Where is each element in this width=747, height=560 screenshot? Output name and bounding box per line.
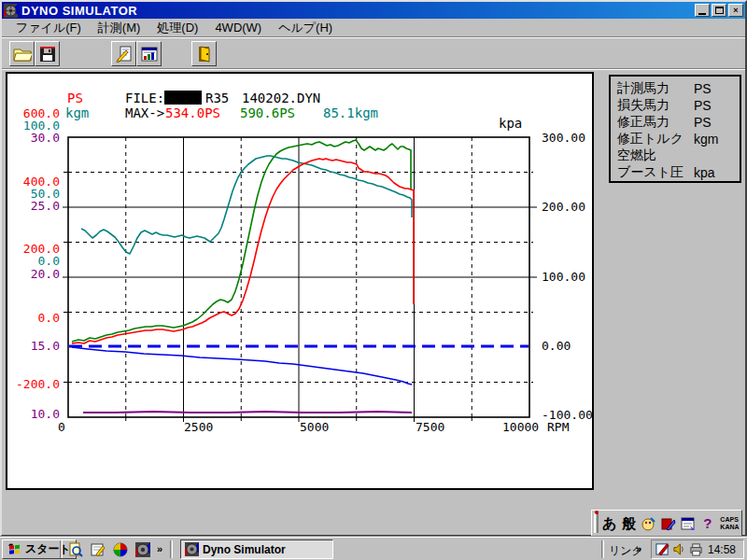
open-file-button[interactable] bbox=[9, 41, 35, 66]
minimize-button[interactable] bbox=[695, 4, 710, 17]
legend-name: 修正馬力 bbox=[617, 114, 694, 131]
series-計測馬力 bbox=[72, 159, 414, 343]
max-corrected-value: 590.6PS bbox=[240, 106, 295, 119]
ime-dictionary-button[interactable] bbox=[659, 514, 677, 532]
legend-name: 空燃比 bbox=[617, 147, 694, 164]
close-icon: × bbox=[733, 6, 738, 15]
ime-help-icon: ? bbox=[703, 515, 712, 531]
legend-unit: PS bbox=[694, 98, 712, 113]
titlebar: DYNO SIMULATOR × bbox=[2, 2, 745, 19]
kana-label: KANA bbox=[720, 524, 739, 531]
axis-tick: 0 bbox=[58, 421, 65, 433]
taskbar: スタート bbox=[0, 537, 747, 560]
windows-logo-icon bbox=[7, 543, 22, 556]
axis-tick: 15.0 bbox=[31, 340, 60, 352]
maximize-button[interactable] bbox=[712, 4, 726, 17]
edit-note-button[interactable] bbox=[111, 41, 136, 66]
legend-name: 計測馬力 bbox=[617, 80, 694, 97]
axis-tick: 100.00 bbox=[542, 271, 585, 283]
file-name-part1: R35 bbox=[205, 91, 229, 105]
quicklaunch-search-button[interactable] bbox=[67, 541, 84, 558]
x-axis-unit: RPM bbox=[547, 421, 569, 433]
axis-tick: 0.00 bbox=[542, 340, 571, 352]
menubar: ファイル(F) 計測(M) 処理(D) 4WD(W) ヘルプ(H) bbox=[2, 19, 745, 37]
ime-pad-button[interactable] bbox=[679, 514, 697, 532]
ime-drag-handle[interactable] bbox=[594, 513, 599, 533]
task-button-dyno-simulator[interactable]: Dyno Simulator bbox=[180, 539, 333, 559]
window-title: DYNO SIMULATOR bbox=[21, 4, 137, 18]
legend-name: 損失馬力 bbox=[617, 97, 694, 114]
ime-toolbar: あ 般 ? CAPS bbox=[591, 510, 742, 537]
legend-row: 修正馬力PS bbox=[617, 114, 740, 131]
axis-tick: 300.00 bbox=[542, 132, 585, 144]
close-button[interactable]: × bbox=[728, 4, 743, 17]
menu-file[interactable]: ファイル(F) bbox=[7, 18, 90, 38]
legend-unit: PS bbox=[694, 81, 712, 96]
quicklaunch-memo-button[interactable] bbox=[90, 541, 106, 558]
open-folder-icon bbox=[13, 46, 32, 63]
ime-input-mode-button[interactable]: あ bbox=[600, 516, 618, 530]
taskbar-separator bbox=[170, 540, 173, 558]
start-label: スタート bbox=[25, 541, 71, 557]
axis-tick: -100.00 bbox=[542, 409, 593, 421]
ime-dictionary-pen-icon bbox=[661, 516, 676, 531]
axis-tick: 2500 bbox=[184, 421, 213, 433]
max-label: MAX-> bbox=[125, 106, 164, 119]
report-chart-icon bbox=[141, 46, 158, 63]
search-page-icon bbox=[68, 542, 83, 557]
color-ball-icon bbox=[113, 542, 128, 557]
quicklaunch-media-button[interactable] bbox=[112, 541, 129, 558]
ime-tools-button[interactable] bbox=[640, 514, 657, 532]
exit-button[interactable] bbox=[191, 41, 217, 66]
legend-row: 計測馬力PS bbox=[617, 80, 740, 97]
memo-pencil-icon bbox=[91, 542, 106, 557]
quicklaunch-dyno-button[interactable] bbox=[134, 541, 151, 558]
ime-caps-kana-indicator[interactable]: CAPS KANA bbox=[720, 516, 739, 531]
file-name-part2: 140202.DYN bbox=[242, 91, 320, 105]
taskbar-clock[interactable]: 14:58 bbox=[708, 543, 736, 556]
axis-tick: 10000 bbox=[502, 421, 539, 433]
app-icon bbox=[4, 4, 18, 18]
menu-4wd[interactable]: 4WD(W) bbox=[206, 19, 270, 36]
ime-help-button[interactable]: ? bbox=[698, 514, 716, 532]
caps-label: CAPS bbox=[720, 516, 739, 524]
volume-speaker-icon[interactable] bbox=[672, 542, 686, 556]
redacted-text bbox=[164, 91, 202, 105]
menu-process[interactable]: 処理(D) bbox=[148, 18, 206, 38]
chart-panel: PS kgm FILE: R35 140202.DYN MAX-> 534.0P… bbox=[6, 72, 594, 490]
series-空燃比 bbox=[83, 412, 412, 413]
floppy-disk-icon bbox=[39, 46, 56, 63]
axis-tick: 5000 bbox=[300, 421, 329, 433]
ime-palette-icon bbox=[641, 516, 656, 531]
legend-box: 計測馬力PS 損失馬力PS 修正馬力PS 修正トルクkgm 空燃比 ブースト圧k… bbox=[609, 75, 741, 183]
max-measured-value: 534.0PS bbox=[165, 106, 220, 119]
legend-row: 損失馬力PS bbox=[617, 97, 740, 114]
kgm-axis-label: kgm bbox=[65, 106, 89, 119]
exit-door-icon bbox=[197, 46, 212, 63]
right-axis-unit: kpa bbox=[499, 117, 522, 130]
axis-tick: 0.0 bbox=[38, 255, 60, 267]
screen: DYNO SIMULATOR × ファイル(F) 計測(M) 処理(D) 4WD… bbox=[0, 0, 747, 560]
tray-ime-pad-icon[interactable] bbox=[655, 542, 669, 556]
printer-icon[interactable] bbox=[689, 542, 703, 556]
menu-help[interactable]: ヘルプ(H) bbox=[270, 18, 341, 38]
start-button[interactable]: スタート bbox=[2, 539, 77, 559]
note-pencil-icon bbox=[116, 46, 133, 63]
legend-unit: kgm bbox=[694, 132, 718, 147]
window-buttons: × bbox=[695, 4, 743, 17]
report-view-button[interactable] bbox=[136, 41, 162, 66]
ime-conversion-mode-button[interactable]: 般 bbox=[620, 516, 638, 530]
save-button[interactable] bbox=[35, 41, 60, 66]
axis-tick: 7500 bbox=[416, 421, 444, 433]
series-損失馬力 bbox=[72, 347, 412, 385]
quicklaunch-chevron[interactable]: » bbox=[157, 543, 162, 554]
legend-name: 修正トルク bbox=[617, 131, 694, 147]
axis-tick: 0.0 bbox=[38, 312, 60, 324]
links-chevron[interactable]: » bbox=[636, 543, 641, 554]
axis-tick: 30.0 bbox=[31, 132, 60, 144]
axis-tick: 10.0 bbox=[31, 408, 60, 420]
system-tray: 14:58 bbox=[651, 539, 744, 559]
menu-measure[interactable]: 計測(M) bbox=[90, 18, 149, 38]
dyno-wheel-icon bbox=[135, 542, 150, 557]
axis-tick: -200.0 bbox=[16, 378, 60, 390]
